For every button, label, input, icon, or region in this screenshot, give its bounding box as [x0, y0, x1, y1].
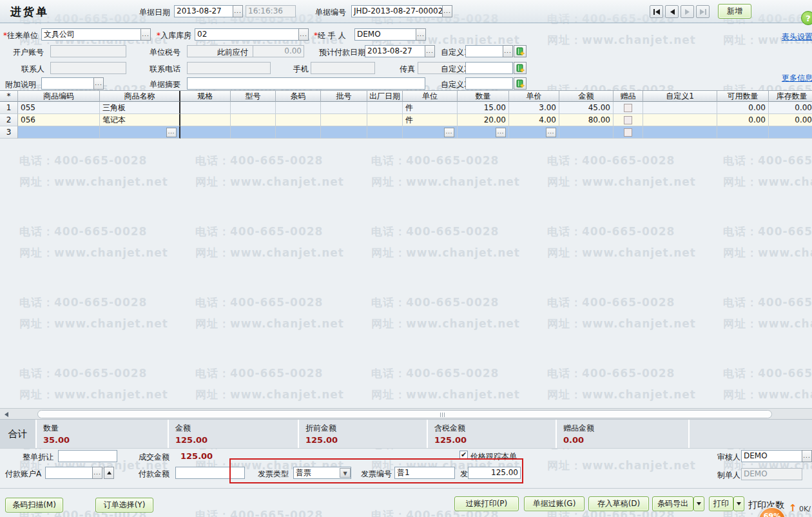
post-print-button[interactable]: 过账打印(P)	[454, 496, 519, 511]
print-dropdown-button[interactable]	[733, 496, 744, 511]
save-draft-button[interactable]: 存入草稿(D)	[588, 496, 649, 511]
barcode-export-button[interactable]: 条码导出	[652, 496, 693, 511]
pay-account-expand-button[interactable]	[104, 467, 114, 479]
auditor-browse-button[interactable]: ...	[802, 450, 812, 462]
pay-amount-label: 付款金额	[139, 469, 169, 480]
pay-account-label: 付款账户A	[5, 469, 41, 480]
bottom-toolbar: 条码扫描(M) 订单选择(Y) 过账打印(P) 单据过账(G) 存入草稿(D) …	[0, 488, 812, 517]
discount-input[interactable]	[58, 450, 117, 462]
deal-amount-label: 成交金额	[139, 452, 169, 463]
barcode-export-dropdown-button[interactable]	[693, 496, 704, 511]
barcode-scan-button[interactable]: 条码扫描(M)	[5, 498, 63, 512]
upload-arrow-icon: ↑	[789, 502, 797, 514]
discount-label: 整单折让	[23, 452, 53, 463]
order-select-button[interactable]: 订单选择(Y)	[95, 498, 153, 512]
invoice-highlight-box	[229, 458, 523, 483]
print-button[interactable]: 打印	[709, 496, 733, 511]
maker-input: DEMO	[741, 468, 802, 480]
upload-speed-text: 0K/	[799, 505, 811, 513]
pay-account-browse-button[interactable]: ...	[92, 467, 102, 479]
footer-fields: 整单折让 成交金额 125.00 ✔ 价格跟踪本单 审核人 DEMO ... 付…	[0, 0, 812, 517]
auditor-input[interactable]: DEMO	[741, 450, 802, 462]
post-button[interactable]: 单据过账(G)	[524, 496, 585, 511]
maker-label: 制单人	[717, 470, 740, 481]
deal-amount-value: 125.00	[180, 451, 213, 461]
pay-account-input[interactable]	[45, 467, 93, 479]
auditor-label: 审核人	[717, 452, 740, 463]
